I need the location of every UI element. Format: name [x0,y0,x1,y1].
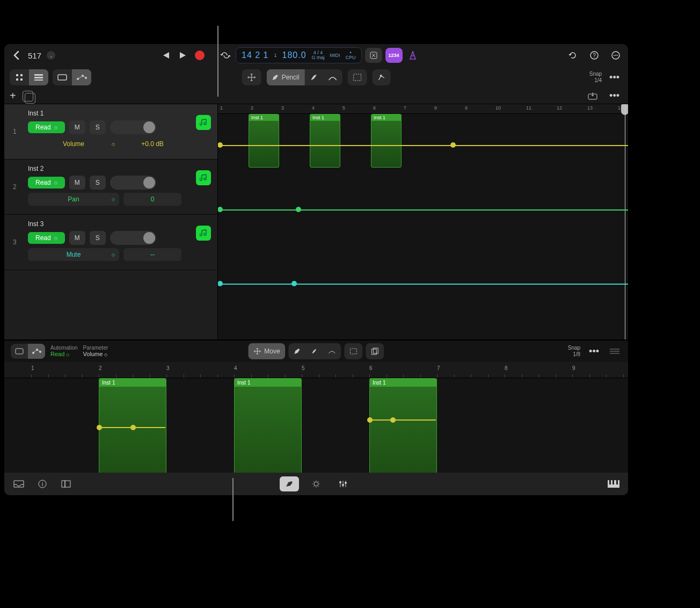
library-button[interactable] [59,477,73,491]
help-button[interactable]: ? [587,48,601,62]
move-tool-button[interactable] [242,69,261,85]
undo-button[interactable] [566,48,580,62]
inbox-button[interactable] [12,477,26,491]
editor-automation-view-button[interactable] [28,344,45,359]
curve-tool-button[interactable] [323,69,342,85]
automation-line[interactable] [218,209,628,211]
editor-list-button[interactable] [608,344,622,358]
solo-button[interactable]: S [90,120,106,134]
play-button[interactable] [176,48,189,62]
automation-view-button[interactable] [72,69,91,85]
track-lane-2[interactable] [218,172,628,230]
mute-button[interactable]: M [69,120,85,134]
bar-ruler[interactable]: 1234567891011121314 [218,104,628,114]
count-in-button[interactable]: 1234 [385,48,403,63]
region-view-button[interactable] [53,69,72,85]
mixer-button[interactable] [333,476,353,491]
keyboard-button[interactable] [607,477,621,491]
track-lane-3[interactable] [218,230,628,288]
automation-line[interactable] [218,284,628,285]
automation-param-select[interactable]: Volume◇ [28,137,119,150]
volume-slider[interactable] [110,120,156,134]
main-area: 1 Inst 1 Read◇ M S Volume◇ +0.0 dB 2 Ins… [4,104,628,339]
automation-line[interactable] [218,145,628,146]
automation-mode-button[interactable]: Read◇ [28,232,65,244]
editor-snap-display[interactable]: Snap1/8 [568,345,580,358]
track-header-1[interactable]: 1 Inst 1 Read◇ M S Volume◇ +0.0 dB [4,104,217,160]
automation-value[interactable]: +0.0 dB [123,137,181,150]
automation-point[interactable] [218,207,223,212]
automation-point[interactable] [367,417,373,423]
track-lane-1[interactable]: Inst 1Inst 1Inst 1 [218,114,628,172]
automation-param-select[interactable]: Pan◇ [28,193,119,206]
metronome-button[interactable] [406,48,420,62]
tuner-button[interactable] [365,48,382,63]
instrument-icon[interactable] [196,170,211,185]
editor-pencil-tool[interactable] [289,343,306,359]
snap-display[interactable]: Snap1/4 [589,71,602,84]
automation-point[interactable] [130,425,136,430]
solo-button[interactable]: S [90,176,106,190]
track-header-3[interactable]: 3 Inst 3 Read◇ M S Mute◇ -- [4,215,217,270]
automation-point[interactable] [218,281,223,286]
automation-value[interactable]: -- [123,248,181,261]
go-to-start-button[interactable] [158,48,172,62]
grid-view-button[interactable] [10,69,29,85]
solo-button[interactable]: S [90,231,106,245]
record-button[interactable] [193,48,207,62]
project-menu-icon[interactable]: ⌄ [47,51,55,60]
automation-param-select[interactable]: Mute◇ [28,248,119,261]
editor-marquee-tool[interactable] [345,343,363,359]
automation-point[interactable] [291,281,297,286]
editor-ruler[interactable]: 123456789 [4,362,628,378]
settings-button[interactable] [609,48,623,62]
editor-move-tool[interactable]: Move [248,343,285,359]
mute-button[interactable]: M [69,176,85,190]
mute-button[interactable]: M [69,231,85,245]
back-button[interactable] [10,49,23,62]
more-menu-button[interactable]: ••• [606,72,623,83]
lcd-display[interactable]: 14 2 1 1 180.0 4 / 4G maj MIDI •CPU [236,47,362,63]
add-track-button[interactable]: + [10,90,16,102]
automation-point[interactable] [218,142,223,148]
pan-slider[interactable] [110,176,156,190]
arrange-area[interactable]: 1234567891011121314 Inst 1Inst 1Inst 1 [218,104,628,339]
editor-more-button[interactable]: ••• [586,346,602,357]
list-view-button[interactable] [29,69,48,85]
editor-region-view-button[interactable] [11,344,28,359]
track-import-button[interactable] [586,89,600,103]
automation-point[interactable] [450,142,456,148]
info-button[interactable]: i [35,477,49,491]
instrument-icon[interactable] [196,115,211,130]
editor-curve-tool[interactable] [323,343,341,359]
automation-mode-button[interactable]: Read◇ [28,121,65,133]
brush-tool-button[interactable] [304,69,323,85]
mute-slider[interactable] [110,231,156,245]
marquee-tool-button[interactable] [347,69,367,85]
editor-brush-tool[interactable] [306,343,323,359]
automation-mode-field[interactable]: AutomationRead ◇ [50,345,78,357]
automation-select-button[interactable] [372,69,390,85]
automation-mode-button[interactable]: Read◇ [28,177,65,189]
pencil-tool-button[interactable]: Pencil [267,69,305,85]
midi-region[interactable]: Inst 1 [371,114,402,168]
automation-point[interactable] [296,207,301,212]
cycle-button[interactable] [218,48,232,62]
track-name[interactable]: Inst 1 [28,110,211,117]
instrument-icon[interactable] [196,226,211,241]
track-more-button[interactable]: ••• [606,90,623,102]
track-name[interactable]: Inst 2 [28,165,211,172]
automation-point[interactable] [390,417,396,423]
duplicate-track-button[interactable] [23,91,33,102]
editor-copy-tool[interactable] [366,343,384,359]
midi-region[interactable]: Inst 1 [249,114,279,168]
track-name[interactable]: Inst 3 [28,220,211,228]
midi-region[interactable]: Inst 1 [310,114,340,168]
project-name[interactable]: 517 [28,51,41,60]
automation-point[interactable] [97,425,102,430]
track-header-2[interactable]: 2 Inst 2 Read◇ M S Pan◇ 0 [4,160,217,215]
score-button[interactable] [307,476,326,491]
automation-value[interactable]: 0 [123,193,181,206]
piano-roll-button[interactable] [280,476,299,491]
automation-param-field[interactable]: ParameterVolume ◇ [83,345,108,357]
